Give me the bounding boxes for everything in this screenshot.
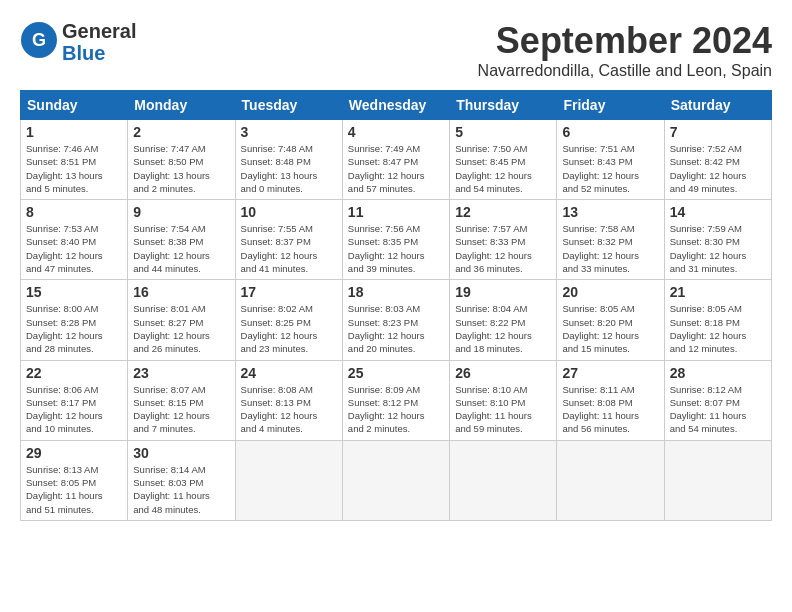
day-number: 24 xyxy=(241,365,337,381)
logo-general: General xyxy=(62,20,136,42)
calendar-cell: 23Sunrise: 8:07 AM Sunset: 8:15 PM Dayli… xyxy=(128,360,235,440)
calendar-week-row: 29Sunrise: 8:13 AM Sunset: 8:05 PM Dayli… xyxy=(21,440,772,520)
day-info: Sunrise: 8:04 AM Sunset: 8:22 PM Dayligh… xyxy=(455,302,551,355)
calendar-cell: 1Sunrise: 7:46 AM Sunset: 8:51 PM Daylig… xyxy=(21,120,128,200)
day-info: Sunrise: 7:52 AM Sunset: 8:42 PM Dayligh… xyxy=(670,142,766,195)
day-info: Sunrise: 8:09 AM Sunset: 8:12 PM Dayligh… xyxy=(348,383,444,436)
day-info: Sunrise: 7:56 AM Sunset: 8:35 PM Dayligh… xyxy=(348,222,444,275)
day-number: 6 xyxy=(562,124,658,140)
day-number: 3 xyxy=(241,124,337,140)
day-number: 12 xyxy=(455,204,551,220)
day-number: 15 xyxy=(26,284,122,300)
day-info: Sunrise: 7:59 AM Sunset: 8:30 PM Dayligh… xyxy=(670,222,766,275)
weekday-header-monday: Monday xyxy=(128,91,235,120)
logo: G General Blue xyxy=(20,20,136,64)
day-info: Sunrise: 8:03 AM Sunset: 8:23 PM Dayligh… xyxy=(348,302,444,355)
calendar-header-row: SundayMondayTuesdayWednesdayThursdayFrid… xyxy=(21,91,772,120)
day-info: Sunrise: 8:05 AM Sunset: 8:18 PM Dayligh… xyxy=(670,302,766,355)
weekday-header-sunday: Sunday xyxy=(21,91,128,120)
weekday-header-wednesday: Wednesday xyxy=(342,91,449,120)
page-header: G General Blue September 2024 Navarredon… xyxy=(20,20,772,80)
calendar-cell: 2Sunrise: 7:47 AM Sunset: 8:50 PM Daylig… xyxy=(128,120,235,200)
day-info: Sunrise: 8:11 AM Sunset: 8:08 PM Dayligh… xyxy=(562,383,658,436)
day-info: Sunrise: 7:58 AM Sunset: 8:32 PM Dayligh… xyxy=(562,222,658,275)
calendar-cell: 6Sunrise: 7:51 AM Sunset: 8:43 PM Daylig… xyxy=(557,120,664,200)
day-number: 11 xyxy=(348,204,444,220)
calendar-cell xyxy=(342,440,449,520)
day-number: 30 xyxy=(133,445,229,461)
calendar-cell: 26Sunrise: 8:10 AM Sunset: 8:10 PM Dayli… xyxy=(450,360,557,440)
calendar-cell xyxy=(557,440,664,520)
day-number: 13 xyxy=(562,204,658,220)
day-number: 23 xyxy=(133,365,229,381)
calendar-week-row: 15Sunrise: 8:00 AM Sunset: 8:28 PM Dayli… xyxy=(21,280,772,360)
day-info: Sunrise: 7:49 AM Sunset: 8:47 PM Dayligh… xyxy=(348,142,444,195)
calendar-cell: 25Sunrise: 8:09 AM Sunset: 8:12 PM Dayli… xyxy=(342,360,449,440)
day-info: Sunrise: 7:50 AM Sunset: 8:45 PM Dayligh… xyxy=(455,142,551,195)
day-number: 25 xyxy=(348,365,444,381)
day-number: 20 xyxy=(562,284,658,300)
calendar-cell: 22Sunrise: 8:06 AM Sunset: 8:17 PM Dayli… xyxy=(21,360,128,440)
calendar-cell: 5Sunrise: 7:50 AM Sunset: 8:45 PM Daylig… xyxy=(450,120,557,200)
day-number: 14 xyxy=(670,204,766,220)
day-info: Sunrise: 7:55 AM Sunset: 8:37 PM Dayligh… xyxy=(241,222,337,275)
calendar-cell: 10Sunrise: 7:55 AM Sunset: 8:37 PM Dayli… xyxy=(235,200,342,280)
day-number: 28 xyxy=(670,365,766,381)
day-number: 19 xyxy=(455,284,551,300)
day-info: Sunrise: 8:14 AM Sunset: 8:03 PM Dayligh… xyxy=(133,463,229,516)
day-info: Sunrise: 8:06 AM Sunset: 8:17 PM Dayligh… xyxy=(26,383,122,436)
calendar-cell: 4Sunrise: 7:49 AM Sunset: 8:47 PM Daylig… xyxy=(342,120,449,200)
logo-icon: G xyxy=(20,21,58,59)
weekday-header-tuesday: Tuesday xyxy=(235,91,342,120)
calendar-week-row: 22Sunrise: 8:06 AM Sunset: 8:17 PM Dayli… xyxy=(21,360,772,440)
calendar-cell xyxy=(664,440,771,520)
calendar-week-row: 8Sunrise: 7:53 AM Sunset: 8:40 PM Daylig… xyxy=(21,200,772,280)
title-area: September 2024 Navarredondilla, Castille… xyxy=(478,20,772,80)
calendar-cell: 18Sunrise: 8:03 AM Sunset: 8:23 PM Dayli… xyxy=(342,280,449,360)
weekday-header-saturday: Saturday xyxy=(664,91,771,120)
day-info: Sunrise: 7:57 AM Sunset: 8:33 PM Dayligh… xyxy=(455,222,551,275)
calendar-cell: 29Sunrise: 8:13 AM Sunset: 8:05 PM Dayli… xyxy=(21,440,128,520)
day-info: Sunrise: 8:02 AM Sunset: 8:25 PM Dayligh… xyxy=(241,302,337,355)
day-number: 18 xyxy=(348,284,444,300)
day-info: Sunrise: 8:13 AM Sunset: 8:05 PM Dayligh… xyxy=(26,463,122,516)
day-number: 5 xyxy=(455,124,551,140)
calendar-cell: 28Sunrise: 8:12 AM Sunset: 8:07 PM Dayli… xyxy=(664,360,771,440)
day-info: Sunrise: 8:08 AM Sunset: 8:13 PM Dayligh… xyxy=(241,383,337,436)
location-title: Navarredondilla, Castille and Leon, Spai… xyxy=(478,62,772,80)
day-info: Sunrise: 8:07 AM Sunset: 8:15 PM Dayligh… xyxy=(133,383,229,436)
calendar-cell: 3Sunrise: 7:48 AM Sunset: 8:48 PM Daylig… xyxy=(235,120,342,200)
calendar-cell: 12Sunrise: 7:57 AM Sunset: 8:33 PM Dayli… xyxy=(450,200,557,280)
calendar-cell: 7Sunrise: 7:52 AM Sunset: 8:42 PM Daylig… xyxy=(664,120,771,200)
day-number: 10 xyxy=(241,204,337,220)
day-number: 16 xyxy=(133,284,229,300)
day-info: Sunrise: 8:01 AM Sunset: 8:27 PM Dayligh… xyxy=(133,302,229,355)
day-number: 21 xyxy=(670,284,766,300)
logo-blue: Blue xyxy=(62,42,136,64)
day-number: 26 xyxy=(455,365,551,381)
day-number: 27 xyxy=(562,365,658,381)
calendar-cell: 15Sunrise: 8:00 AM Sunset: 8:28 PM Dayli… xyxy=(21,280,128,360)
day-number: 1 xyxy=(26,124,122,140)
day-number: 2 xyxy=(133,124,229,140)
calendar-cell xyxy=(235,440,342,520)
calendar-cell: 11Sunrise: 7:56 AM Sunset: 8:35 PM Dayli… xyxy=(342,200,449,280)
calendar-cell xyxy=(450,440,557,520)
calendar-cell: 30Sunrise: 8:14 AM Sunset: 8:03 PM Dayli… xyxy=(128,440,235,520)
day-number: 22 xyxy=(26,365,122,381)
day-number: 7 xyxy=(670,124,766,140)
svg-text:G: G xyxy=(32,30,46,50)
weekday-header-friday: Friday xyxy=(557,91,664,120)
calendar-cell: 17Sunrise: 8:02 AM Sunset: 8:25 PM Dayli… xyxy=(235,280,342,360)
day-info: Sunrise: 7:46 AM Sunset: 8:51 PM Dayligh… xyxy=(26,142,122,195)
day-number: 9 xyxy=(133,204,229,220)
calendar-cell: 16Sunrise: 8:01 AM Sunset: 8:27 PM Dayli… xyxy=(128,280,235,360)
calendar-cell: 19Sunrise: 8:04 AM Sunset: 8:22 PM Dayli… xyxy=(450,280,557,360)
calendar-cell: 14Sunrise: 7:59 AM Sunset: 8:30 PM Dayli… xyxy=(664,200,771,280)
weekday-header-thursday: Thursday xyxy=(450,91,557,120)
day-info: Sunrise: 7:51 AM Sunset: 8:43 PM Dayligh… xyxy=(562,142,658,195)
calendar-cell: 21Sunrise: 8:05 AM Sunset: 8:18 PM Dayli… xyxy=(664,280,771,360)
day-info: Sunrise: 7:48 AM Sunset: 8:48 PM Dayligh… xyxy=(241,142,337,195)
day-info: Sunrise: 7:53 AM Sunset: 8:40 PM Dayligh… xyxy=(26,222,122,275)
calendar-cell: 8Sunrise: 7:53 AM Sunset: 8:40 PM Daylig… xyxy=(21,200,128,280)
